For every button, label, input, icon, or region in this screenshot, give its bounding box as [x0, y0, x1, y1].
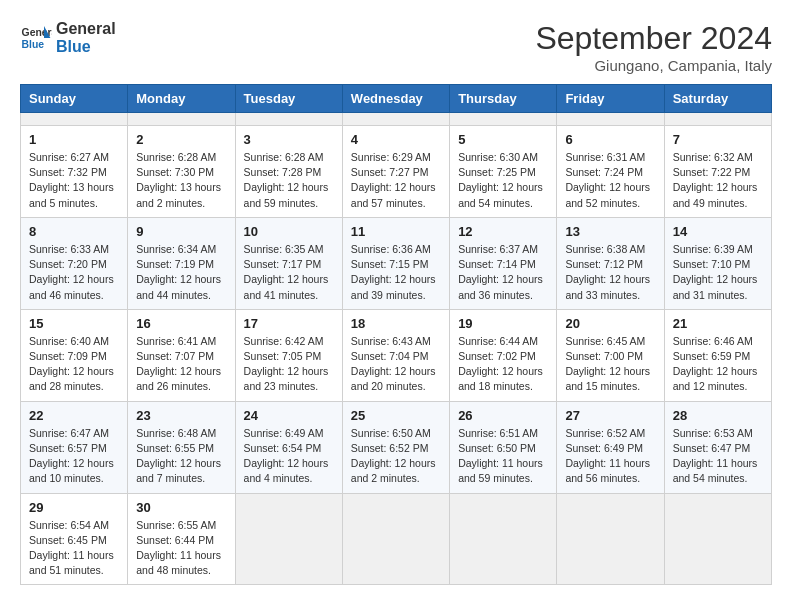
- day-cell: 23Sunrise: 6:48 AMSunset: 6:55 PMDayligh…: [128, 401, 235, 493]
- day-info: Sunrise: 6:38 AMSunset: 7:12 PMDaylight:…: [565, 242, 655, 303]
- week-row-3: 8Sunrise: 6:33 AMSunset: 7:20 PMDaylight…: [21, 217, 772, 309]
- day-number: 27: [565, 408, 655, 423]
- day-cell: [342, 113, 449, 126]
- day-of-week-saturday: Saturday: [664, 85, 771, 113]
- week-row-2: 1Sunrise: 6:27 AMSunset: 7:32 PMDaylight…: [21, 126, 772, 218]
- day-info: Sunrise: 6:30 AMSunset: 7:25 PMDaylight:…: [458, 150, 548, 211]
- day-info: Sunrise: 6:42 AMSunset: 7:05 PMDaylight:…: [244, 334, 334, 395]
- day-info: Sunrise: 6:47 AMSunset: 6:57 PMDaylight:…: [29, 426, 119, 487]
- day-cell: 26Sunrise: 6:51 AMSunset: 6:50 PMDayligh…: [450, 401, 557, 493]
- day-cell: [235, 113, 342, 126]
- day-cell: 20Sunrise: 6:45 AMSunset: 7:00 PMDayligh…: [557, 309, 664, 401]
- day-number: 9: [136, 224, 226, 239]
- day-of-week-sunday: Sunday: [21, 85, 128, 113]
- day-number: 13: [565, 224, 655, 239]
- day-info: Sunrise: 6:51 AMSunset: 6:50 PMDaylight:…: [458, 426, 548, 487]
- day-cell: [557, 113, 664, 126]
- day-number: 5: [458, 132, 548, 147]
- day-number: 17: [244, 316, 334, 331]
- day-cell: [664, 113, 771, 126]
- day-number: 22: [29, 408, 119, 423]
- day-number: 16: [136, 316, 226, 331]
- day-number: 15: [29, 316, 119, 331]
- day-cell: [557, 493, 664, 585]
- day-cell: 29Sunrise: 6:54 AMSunset: 6:45 PMDayligh…: [21, 493, 128, 585]
- day-number: 23: [136, 408, 226, 423]
- logo-blue: Blue: [56, 38, 116, 56]
- day-cell: [450, 113, 557, 126]
- day-info: Sunrise: 6:49 AMSunset: 6:54 PMDaylight:…: [244, 426, 334, 487]
- logo-icon: General Blue: [20, 22, 52, 54]
- month-title: September 2024: [535, 20, 772, 57]
- day-cell: 27Sunrise: 6:52 AMSunset: 6:49 PMDayligh…: [557, 401, 664, 493]
- day-info: Sunrise: 6:52 AMSunset: 6:49 PMDaylight:…: [565, 426, 655, 487]
- day-info: Sunrise: 6:41 AMSunset: 7:07 PMDaylight:…: [136, 334, 226, 395]
- day-cell: [450, 493, 557, 585]
- day-info: Sunrise: 6:36 AMSunset: 7:15 PMDaylight:…: [351, 242, 441, 303]
- day-of-week-monday: Monday: [128, 85, 235, 113]
- day-of-week-thursday: Thursday: [450, 85, 557, 113]
- day-number: 20: [565, 316, 655, 331]
- day-number: 28: [673, 408, 763, 423]
- page-header: General Blue General Blue September 2024…: [20, 20, 772, 74]
- day-cell: 24Sunrise: 6:49 AMSunset: 6:54 PMDayligh…: [235, 401, 342, 493]
- day-info: Sunrise: 6:46 AMSunset: 6:59 PMDaylight:…: [673, 334, 763, 395]
- day-cell: 5Sunrise: 6:30 AMSunset: 7:25 PMDaylight…: [450, 126, 557, 218]
- day-info: Sunrise: 6:29 AMSunset: 7:27 PMDaylight:…: [351, 150, 441, 211]
- day-cell: 11Sunrise: 6:36 AMSunset: 7:15 PMDayligh…: [342, 217, 449, 309]
- day-number: 21: [673, 316, 763, 331]
- day-cell: 1Sunrise: 6:27 AMSunset: 7:32 PMDaylight…: [21, 126, 128, 218]
- day-info: Sunrise: 6:31 AMSunset: 7:24 PMDaylight:…: [565, 150, 655, 211]
- day-number: 7: [673, 132, 763, 147]
- day-cell: 10Sunrise: 6:35 AMSunset: 7:17 PMDayligh…: [235, 217, 342, 309]
- day-number: 25: [351, 408, 441, 423]
- day-cell: 22Sunrise: 6:47 AMSunset: 6:57 PMDayligh…: [21, 401, 128, 493]
- days-header-row: SundayMondayTuesdayWednesdayThursdayFrid…: [21, 85, 772, 113]
- day-info: Sunrise: 6:37 AMSunset: 7:14 PMDaylight:…: [458, 242, 548, 303]
- day-info: Sunrise: 6:28 AMSunset: 7:28 PMDaylight:…: [244, 150, 334, 211]
- day-cell: 30Sunrise: 6:55 AMSunset: 6:44 PMDayligh…: [128, 493, 235, 585]
- day-cell: 16Sunrise: 6:41 AMSunset: 7:07 PMDayligh…: [128, 309, 235, 401]
- day-info: Sunrise: 6:50 AMSunset: 6:52 PMDaylight:…: [351, 426, 441, 487]
- svg-text:Blue: Blue: [22, 38, 45, 49]
- day-info: Sunrise: 6:34 AMSunset: 7:19 PMDaylight:…: [136, 242, 226, 303]
- day-number: 3: [244, 132, 334, 147]
- calendar-table: SundayMondayTuesdayWednesdayThursdayFrid…: [20, 84, 772, 585]
- day-cell: 21Sunrise: 6:46 AMSunset: 6:59 PMDayligh…: [664, 309, 771, 401]
- day-cell: 7Sunrise: 6:32 AMSunset: 7:22 PMDaylight…: [664, 126, 771, 218]
- day-cell: 25Sunrise: 6:50 AMSunset: 6:52 PMDayligh…: [342, 401, 449, 493]
- day-cell: [235, 493, 342, 585]
- day-info: Sunrise: 6:32 AMSunset: 7:22 PMDaylight:…: [673, 150, 763, 211]
- day-info: Sunrise: 6:53 AMSunset: 6:47 PMDaylight:…: [673, 426, 763, 487]
- day-cell: 13Sunrise: 6:38 AMSunset: 7:12 PMDayligh…: [557, 217, 664, 309]
- day-info: Sunrise: 6:43 AMSunset: 7:04 PMDaylight:…: [351, 334, 441, 395]
- day-number: 30: [136, 500, 226, 515]
- day-number: 4: [351, 132, 441, 147]
- location: Giungano, Campania, Italy: [535, 57, 772, 74]
- day-cell: [21, 113, 128, 126]
- day-number: 12: [458, 224, 548, 239]
- day-info: Sunrise: 6:45 AMSunset: 7:00 PMDaylight:…: [565, 334, 655, 395]
- day-cell: 8Sunrise: 6:33 AMSunset: 7:20 PMDaylight…: [21, 217, 128, 309]
- day-cell: 12Sunrise: 6:37 AMSunset: 7:14 PMDayligh…: [450, 217, 557, 309]
- day-number: 14: [673, 224, 763, 239]
- day-number: 11: [351, 224, 441, 239]
- day-number: 26: [458, 408, 548, 423]
- day-cell: 15Sunrise: 6:40 AMSunset: 7:09 PMDayligh…: [21, 309, 128, 401]
- day-cell: [664, 493, 771, 585]
- day-info: Sunrise: 6:40 AMSunset: 7:09 PMDaylight:…: [29, 334, 119, 395]
- day-of-week-tuesday: Tuesday: [235, 85, 342, 113]
- day-info: Sunrise: 6:44 AMSunset: 7:02 PMDaylight:…: [458, 334, 548, 395]
- day-info: Sunrise: 6:35 AMSunset: 7:17 PMDaylight:…: [244, 242, 334, 303]
- logo-general: General: [56, 20, 116, 38]
- day-info: Sunrise: 6:48 AMSunset: 6:55 PMDaylight:…: [136, 426, 226, 487]
- week-row-1: [21, 113, 772, 126]
- day-number: 6: [565, 132, 655, 147]
- day-info: Sunrise: 6:39 AMSunset: 7:10 PMDaylight:…: [673, 242, 763, 303]
- day-number: 10: [244, 224, 334, 239]
- week-row-6: 29Sunrise: 6:54 AMSunset: 6:45 PMDayligh…: [21, 493, 772, 585]
- day-number: 24: [244, 408, 334, 423]
- day-of-week-friday: Friday: [557, 85, 664, 113]
- day-cell: [342, 493, 449, 585]
- day-number: 19: [458, 316, 548, 331]
